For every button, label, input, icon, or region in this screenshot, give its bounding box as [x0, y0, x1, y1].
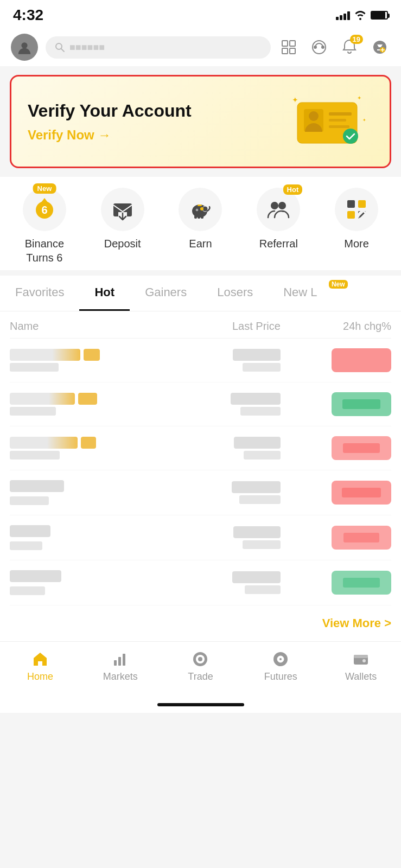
table-row[interactable]: [10, 426, 391, 470]
bottom-nav-futures[interactable]: Futures: [240, 650, 321, 682]
verify-banner[interactable]: Verify Your Account Verify Now → ✦ ✦ ✦: [10, 75, 391, 168]
action-earn[interactable]: Earn: [170, 188, 230, 265]
tab-gainers[interactable]: Gainers: [130, 276, 202, 311]
home-icon: [31, 650, 49, 668]
svg-rect-46: [114, 660, 117, 666]
home-indicator: [0, 699, 401, 713]
table-row[interactable]: [10, 382, 391, 426]
svg-rect-34: [198, 215, 200, 219]
verify-title: Verify Your Account: [28, 100, 192, 121]
svg-rect-20: [329, 112, 352, 116]
cell-change: [281, 392, 391, 416]
svg-point-57: [362, 659, 366, 662]
battery-icon: [371, 11, 388, 20]
fullscreen-button[interactable]: [278, 37, 299, 58]
cell-name: [10, 349, 157, 372]
bottom-nav-label-trade: Trade: [188, 671, 213, 682]
bottom-nav: Home Markets Trade Futures Walle: [0, 641, 401, 699]
cell-change: [281, 526, 391, 550]
cell-change: [281, 481, 391, 505]
cell-change: [281, 571, 391, 595]
tab-favorites[interactable]: Favorites: [0, 276, 79, 311]
search-bar[interactable]: ■■■■■■: [46, 36, 271, 59]
svg-rect-5: [290, 41, 295, 46]
verify-text: Verify Your Account Verify Now →: [28, 100, 192, 143]
svg-text:✦: ✦: [357, 95, 361, 101]
svg-point-54: [279, 658, 282, 660]
view-more-link[interactable]: View More >: [322, 616, 391, 630]
wallet-quick-button[interactable]: [370, 37, 390, 58]
cell-price: [157, 481, 281, 504]
cell-change: [281, 436, 391, 460]
svg-rect-22: [329, 125, 349, 128]
action-referral[interactable]: Hot Referral: [249, 188, 308, 265]
svg-point-10: [321, 46, 324, 49]
action-label-earn: Earn: [189, 237, 212, 251]
col-name: Name: [10, 320, 157, 333]
svg-point-51: [198, 657, 202, 661]
tab-hot[interactable]: Hot: [79, 276, 130, 311]
hot-badge: Hot: [283, 184, 303, 195]
market-table: Name Last Price 24h chg%: [0, 311, 401, 605]
action-label-more: More: [344, 237, 369, 251]
futures-icon: [272, 650, 289, 668]
status-icons: [336, 10, 388, 20]
new-badge: New: [33, 183, 56, 194]
svg-point-19: [309, 111, 319, 121]
bottom-nav-label-futures: Futures: [264, 671, 297, 682]
table-row[interactable]: [10, 470, 391, 515]
bottom-nav-trade[interactable]: Trade: [161, 650, 241, 682]
svg-point-37: [196, 209, 198, 210]
quick-actions: New 6 BinanceTurns 6 Deposit: [0, 177, 401, 270]
table-row[interactable]: [10, 515, 391, 560]
action-label-referral: Referral: [259, 237, 298, 251]
markets-icon: [112, 650, 129, 668]
svg-point-31: [200, 207, 203, 210]
bottom-nav-wallets[interactable]: Wallets: [321, 650, 401, 682]
svg-point-39: [278, 202, 286, 209]
tab-losers[interactable]: Losers: [202, 276, 268, 311]
avatar[interactable]: [11, 34, 38, 61]
svg-rect-48: [123, 654, 125, 666]
tab-new-listing[interactable]: New L: [268, 276, 349, 311]
notification-badge: 19: [350, 35, 363, 44]
cell-price: [157, 571, 281, 594]
cell-name: [10, 570, 157, 595]
action-deposit[interactable]: Deposit: [93, 188, 152, 265]
svg-rect-21: [329, 119, 346, 122]
verify-link[interactable]: Verify Now →: [28, 127, 192, 143]
table-row[interactable]: [10, 560, 391, 605]
table-header: Name Last Price 24h chg%: [10, 311, 391, 339]
wallets-icon: [352, 650, 370, 668]
support-button[interactable]: [309, 37, 329, 58]
nav-icons: 19: [278, 37, 390, 58]
cell-name: [10, 437, 157, 459]
action-binance-turns-6[interactable]: New 6 BinanceTurns 6: [15, 188, 74, 265]
view-more-section: View More >: [0, 605, 401, 641]
bottom-nav-label-home: Home: [27, 671, 53, 682]
svg-text:✦: ✦: [292, 95, 298, 104]
action-more[interactable]: More: [327, 188, 386, 265]
svg-text:✦: ✦: [362, 118, 366, 123]
svg-text:6: 6: [41, 204, 47, 216]
svg-rect-41: [358, 200, 366, 208]
bottom-nav-home[interactable]: Home: [0, 650, 80, 682]
svg-rect-33: [194, 215, 197, 219]
verify-image: ✦ ✦ ✦: [287, 92, 373, 151]
svg-rect-4: [282, 41, 288, 46]
search-icon: [54, 42, 65, 53]
bottom-nav-markets[interactable]: Markets: [80, 650, 161, 682]
table-row[interactable]: [10, 339, 391, 382]
market-tabs: Favorites Hot Gainers Losers New L: [0, 276, 401, 311]
home-bar: [157, 703, 244, 706]
cell-price: [157, 437, 281, 459]
cell-name: [10, 393, 157, 416]
svg-point-38: [271, 202, 278, 209]
search-placeholder: ■■■■■■: [69, 42, 105, 53]
svg-rect-6: [282, 48, 288, 54]
bottom-nav-label-markets: Markets: [103, 671, 138, 682]
cell-name: [10, 525, 157, 550]
svg-rect-7: [290, 48, 295, 54]
notification-button[interactable]: 19: [339, 37, 360, 58]
svg-rect-56: [354, 655, 368, 658]
